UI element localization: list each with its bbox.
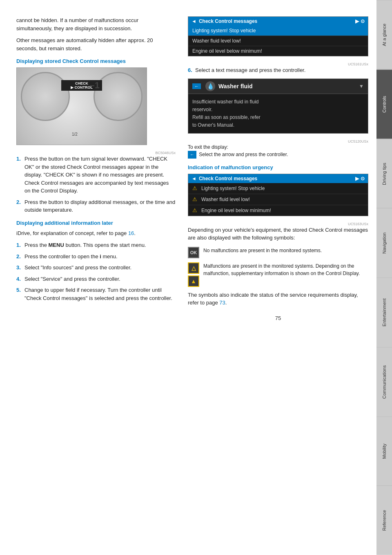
step-2-4: 4. Select "Service" and press the contro…: [16, 275, 176, 283]
step-text: Press the button on the turn signal leve…: [24, 155, 176, 195]
cc-header-1: ◄ Check Control messages ▶ ⊙: [188, 17, 368, 26]
section1-heading: Displaying stored Check Control messages: [16, 58, 176, 64]
warning-icon-2: [192, 196, 199, 203]
cc-icon-4: ⊙: [361, 176, 365, 181]
intro-text-1: cannot be hidden. If a number of malfunc…: [16, 16, 176, 32]
sidebar-tab-label: At a glance: [382, 24, 387, 46]
image-note-1: BC5046USx: [16, 151, 176, 155]
cc-icon-1: ▶: [355, 18, 359, 24]
cc-item-1-1[interactable]: Lighting system! Stop vehicle: [188, 26, 368, 36]
step-6-num: 6.: [188, 67, 192, 73]
final-text: The symbols also indicate the status of …: [188, 291, 368, 307]
sidebar-tab-navigation[interactable]: Navigation: [376, 208, 392, 278]
step-num: 5.: [16, 286, 22, 302]
symbol-row-ok: OK No malfunctions are present in the mo…: [188, 247, 368, 258]
exit-text-1: To exit the display:: [188, 143, 368, 151]
image-note-4: UC5163USx: [188, 222, 368, 226]
speedometer: [21, 72, 70, 121]
intro-text-2: Other messages are automatically hidden …: [16, 36, 176, 52]
sidebar-tab-entertainment[interactable]: Entertainment: [376, 278, 392, 347]
steps-list-2: 1. Press the MENU button. This opens the…: [16, 241, 176, 302]
cc-box-2: ◄ Check Control messages ▶ ⊙ Lighting sy…: [188, 174, 368, 216]
detail-line-1: Insufficient washer fluid in fluid: [192, 98, 364, 106]
cc-header-2-left: ◄ Check Control messages: [192, 176, 257, 181]
detail-title: Washer fluid: [218, 83, 253, 90]
step-text: Select "Info sources" and press the cont…: [24, 264, 131, 272]
step-text: Select "Service" and press the controlle…: [24, 275, 120, 283]
cc-item-1-3[interactable]: Engine oil level below minimum!: [188, 46, 368, 56]
cluster-minus: –1: [90, 80, 100, 91]
sidebar-tab-label: Communications: [382, 365, 387, 398]
sidebar-tab-label: Navigation: [382, 233, 387, 254]
cc-item-text: Engine oil level below minimum!: [192, 48, 262, 54]
step-text: Press the button to display additional m…: [24, 198, 176, 214]
triangle-symbol-1: △: [188, 262, 199, 274]
cc-item-text: Washer fluid level low!: [192, 38, 241, 44]
exit-instruction: To exit the display: ← Select the arrow …: [188, 143, 368, 159]
step-num: 2.: [16, 253, 22, 261]
section3-heading: Indication of malfunction urgency: [188, 164, 368, 170]
cluster-image: CHECK▶ CONTROL 1/2 –1: [16, 67, 147, 145]
detail-scroll: ▼: [359, 83, 364, 89]
cc-item-1-2[interactable]: Washer fluid level low!: [188, 36, 368, 46]
step-1-1: 1. Press the button on the turn signal l…: [16, 155, 176, 195]
triangle-description: Malfunctions are present in the monitore…: [203, 262, 368, 277]
step-2-1: 1. Press the MENU button. This opens the…: [16, 241, 176, 249]
page-link-73[interactable]: 73: [219, 300, 225, 306]
cc-arrow-left: ◄: [192, 18, 196, 24]
cc-header-2: ◄ Check Control messages ▶ ⊙: [188, 174, 368, 183]
step-1-2: 2. Press the button to display additiona…: [16, 198, 176, 214]
cc-item-2-3[interactable]: Engine oil level below minimum!: [188, 205, 368, 216]
detail-line-2: reservoir.: [192, 106, 364, 114]
detail-line-4: to Owner's Manual.: [192, 121, 364, 129]
step-text: Press the controller to open the i menu.: [24, 253, 118, 261]
cc-item-2-2[interactable]: Washer fluid level low!: [188, 194, 368, 205]
step-num: 1.: [16, 155, 22, 195]
tachometer: [94, 72, 143, 121]
cc-item-text: Washer fluid level low!: [201, 197, 250, 202]
cc-item-2-1[interactable]: Lighting system! Stop vehicle: [188, 183, 368, 194]
cc-title-2: Check Control messages: [199, 176, 257, 181]
sidebar-tab-communications[interactable]: Communications: [376, 347, 392, 416]
detail-box: ← 💧 Washer fluid ▼ Insufficient washer f…: [188, 78, 368, 134]
sidebar-tab-label: Driving tips: [382, 163, 387, 185]
detail-line-3: Refill as soon as possible, refer: [192, 114, 364, 121]
sidebar-tab-driving-tips[interactable]: Driving tips: [376, 139, 392, 208]
back-button[interactable]: ←: [192, 83, 201, 89]
step-text: Change to upper field if necessary. Turn…: [24, 286, 176, 302]
sidebar-tab-label: Controls: [382, 96, 387, 113]
ok-symbol: OK: [188, 247, 199, 258]
detail-icon: 💧: [205, 81, 215, 91]
sidebar-tab-reference[interactable]: Reference: [376, 486, 392, 555]
idrive-text: iDrive, for explanation of concept, refe…: [16, 229, 176, 237]
sidebar: At a glance Controls Driving tips Naviga…: [376, 0, 392, 555]
triangle-icon-2: ▲: [191, 278, 196, 284]
image-note-3: UC5120USx: [188, 139, 368, 143]
step-num: 3.: [16, 264, 22, 272]
detail-header: ← 💧 Washer fluid ▼: [188, 79, 368, 94]
right-column: ◄ Check Control messages ▶ ⊙ Lighting sy…: [188, 16, 368, 539]
step-2-5: 5. Change to upper field if necessary. T…: [16, 286, 176, 302]
step-2-3: 3. Select "Info sources" and press the c…: [16, 264, 176, 272]
exit-text-2: ← Select the arrow and press the control…: [188, 151, 368, 159]
step6-text: 6. Select a text message and press the c…: [188, 66, 368, 74]
sidebar-tab-label: Mobility: [382, 443, 387, 459]
cc-icon-3: ▶: [355, 176, 359, 181]
sidebar-tab-mobility[interactable]: Mobility: [376, 416, 392, 486]
sidebar-tab-controls[interactable]: Controls: [376, 69, 392, 139]
page-link-16[interactable]: 16: [128, 230, 134, 236]
section2-heading: Displaying additional information later: [16, 220, 176, 226]
sidebar-tab-label: Reference: [382, 510, 387, 531]
cc-item-text: Lighting system! Stop vehicle: [192, 28, 256, 34]
triangle-symbol-2: ▲: [188, 275, 199, 287]
depending-text: Depending on your vehicle's equipment, t…: [188, 226, 368, 242]
cc-icon-2: ⊙: [361, 18, 365, 24]
cc-item-text: Engine oil level below minimum!: [201, 208, 271, 213]
cc-box-1: ◄ Check Control messages ▶ ⊙ Lighting sy…: [188, 16, 368, 56]
exit-arrow-icon: ←: [188, 151, 196, 159]
symbol-row-triangle: △ ▲ Malfunctions are present in the moni…: [188, 262, 368, 287]
cc-arrow-left-2: ◄: [192, 176, 196, 181]
cluster-fraction: 1/2: [72, 132, 78, 137]
cc-title-1: Check Control messages: [199, 18, 257, 24]
sidebar-tab-at-a-glance[interactable]: At a glance: [376, 0, 392, 69]
